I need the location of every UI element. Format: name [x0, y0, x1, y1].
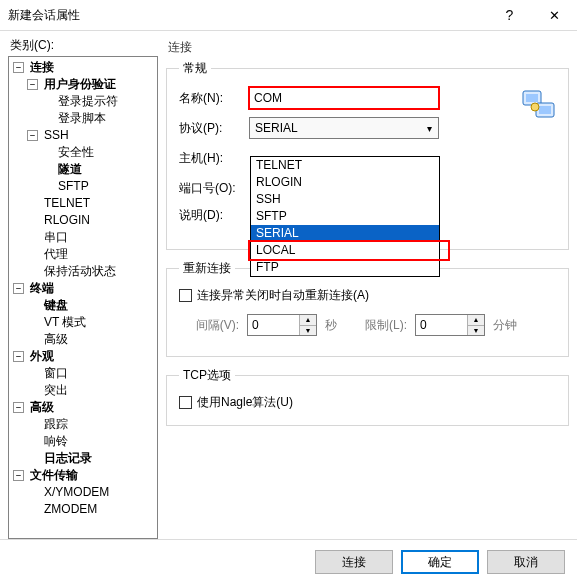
tree-window[interactable]: 窗口 [42, 365, 70, 382]
interval-unit: 秒 [325, 317, 337, 334]
connect-button[interactable]: 连接 [315, 550, 393, 574]
ok-button[interactable]: 确定 [401, 550, 479, 574]
svg-rect-1 [526, 94, 538, 102]
tree-logging[interactable]: 日志记录 [42, 450, 94, 467]
category-label: 类别(C): [8, 37, 158, 54]
spinner-arrows-icon[interactable]: ▲▼ [467, 315, 484, 335]
host-label: 主机(H): [179, 150, 249, 167]
group-general: 常规 名称(N): 协议(P): SERIAL [166, 60, 569, 250]
group-tcp-legend: TCP选项 [179, 367, 235, 384]
spinner-arrows-icon[interactable]: ▲▼ [299, 315, 316, 335]
limit-value: 0 [416, 315, 467, 335]
tree-user-auth[interactable]: 用户身份验证 [42, 76, 118, 93]
title-bar: 新建会话属性 ? ✕ [0, 0, 577, 31]
tree-rlogin[interactable]: RLOGIN [42, 212, 92, 229]
tree-xymodem[interactable]: X/YMODEM [42, 484, 111, 501]
collapse-icon[interactable]: − [13, 283, 24, 294]
panel-heading: 连接 [166, 37, 569, 60]
tree-file-transfer[interactable]: 文件传输 [28, 467, 80, 484]
help-button[interactable]: ? [487, 0, 532, 30]
protocol-option[interactable]: SFTP [251, 208, 439, 225]
interval-label: 间隔(V): [179, 317, 239, 334]
auto-reconnect-label: 连接异常关闭时自动重新连接(A) [197, 287, 369, 304]
collapse-icon[interactable]: − [13, 351, 24, 362]
protocol-option[interactable]: TELNET [251, 157, 439, 174]
tree-ssh[interactable]: SSH [42, 127, 71, 144]
cancel-button[interactable]: 取消 [487, 550, 565, 574]
protocol-dropdown-list[interactable]: TELNETRLOGINSSHSFTPSERIALLOCALFTP [250, 156, 440, 277]
tree-telnet[interactable]: TELNET [42, 195, 92, 212]
tree-sftp[interactable]: SFTP [56, 178, 91, 195]
chevron-down-icon: ▾ [420, 123, 438, 134]
protocol-option[interactable]: LOCAL [251, 242, 439, 259]
protocol-option[interactable]: RLOGIN [251, 174, 439, 191]
tree-zmodem[interactable]: ZMODEM [42, 501, 99, 518]
tree-bell[interactable]: 响铃 [42, 433, 70, 450]
group-reconnect-legend: 重新连接 [179, 260, 235, 277]
protocol-combo-value: SERIAL [255, 121, 298, 135]
protocol-option[interactable]: SSH [251, 191, 439, 208]
tree-advanced[interactable]: 高级 [28, 399, 56, 416]
connection-icon [522, 87, 556, 121]
protocol-combo[interactable]: SERIAL ▾ [249, 117, 439, 139]
tree-vt-mode[interactable]: VT 模式 [42, 314, 88, 331]
tree-proxy[interactable]: 代理 [42, 246, 70, 263]
collapse-icon[interactable]: − [13, 62, 24, 73]
collapse-icon[interactable]: − [13, 470, 24, 481]
tree-login-script[interactable]: 登录脚本 [56, 110, 108, 127]
collapse-icon[interactable]: − [27, 130, 38, 141]
nagle-label: 使用Nagle算法(U) [197, 394, 293, 411]
group-tcp: TCP选项 使用Nagle算法(U) [166, 367, 569, 426]
limit-spin[interactable]: 0 ▲▼ [415, 314, 485, 336]
interval-value: 0 [248, 315, 299, 335]
tree-tunnel[interactable]: 隧道 [56, 161, 84, 178]
tree-keyboard[interactable]: 键盘 [42, 297, 70, 314]
interval-spin[interactable]: 0 ▲▼ [247, 314, 317, 336]
protocol-option[interactable]: FTP [251, 259, 439, 276]
button-bar: 连接 确定 取消 [0, 539, 577, 583]
tree-advanced-term[interactable]: 高级 [42, 331, 70, 348]
tree-connection[interactable]: 连接 [28, 59, 56, 76]
close-button[interactable]: ✕ [532, 0, 577, 30]
protocol-label: 协议(P): [179, 120, 249, 137]
collapse-icon[interactable]: − [27, 79, 38, 90]
port-label: 端口号(O): [179, 180, 249, 197]
tree-trace[interactable]: 跟踪 [42, 416, 70, 433]
name-input[interactable] [249, 87, 439, 109]
svg-point-4 [531, 103, 539, 111]
window-title: 新建会话属性 [0, 7, 487, 24]
nagle-checkbox[interactable] [179, 396, 192, 409]
svg-rect-3 [539, 106, 551, 114]
name-label: 名称(N): [179, 90, 249, 107]
protocol-option[interactable]: SERIAL [251, 225, 439, 242]
group-general-legend: 常规 [179, 60, 211, 77]
tree-keepalive[interactable]: 保持活动状态 [42, 263, 118, 280]
tree-login-prompt[interactable]: 登录提示符 [56, 93, 120, 110]
limit-label: 限制(L): [357, 317, 407, 334]
collapse-icon[interactable]: − [13, 402, 24, 413]
auto-reconnect-checkbox[interactable] [179, 289, 192, 302]
category-tree[interactable]: −连接 −用户身份验证 登录提示符 登录脚本 −SSH 安全性 [8, 56, 158, 539]
tree-serial[interactable]: 串口 [42, 229, 70, 246]
limit-unit: 分钟 [493, 317, 517, 334]
tree-terminal[interactable]: 终端 [28, 280, 56, 297]
desc-label: 说明(D): [179, 207, 249, 224]
tree-security[interactable]: 安全性 [56, 144, 96, 161]
tree-appearance[interactable]: 外观 [28, 348, 56, 365]
tree-highlight[interactable]: 突出 [42, 382, 70, 399]
